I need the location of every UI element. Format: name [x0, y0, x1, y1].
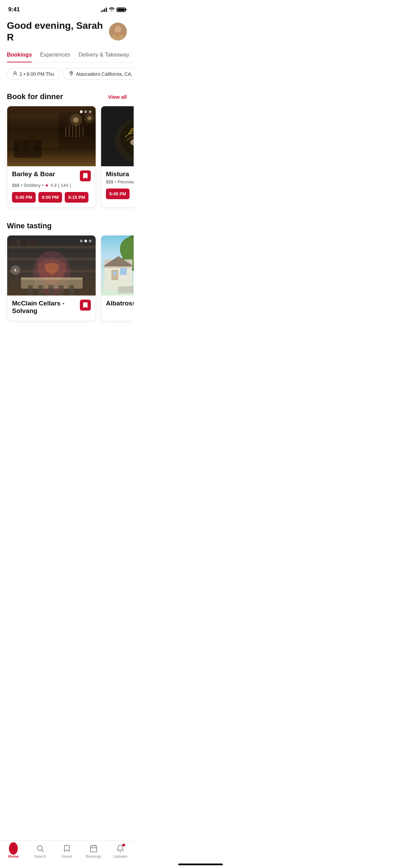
svg-rect-30	[17, 240, 20, 246]
card-body-barley: Barley & Boar $$$ • Distillery • ★ 4.9 (…	[7, 166, 96, 207]
guests-filter[interactable]: 1 • 6:00 PM Thu	[7, 68, 60, 80]
card-body-mcclain: McClain Cellars - Solvang	[7, 296, 96, 321]
card-title-row-mcclain: McClain Cellars - Solvang	[12, 300, 91, 315]
svg-rect-51	[120, 268, 127, 275]
svg-rect-13	[76, 124, 76, 137]
tab-experiences[interactable]: Experiences	[40, 48, 70, 62]
dinner-cards-scroll: Barley & Boar $$$ • Distillery • ★ 4.9 (…	[0, 106, 134, 215]
tab-delivery[interactable]: Delivery & Takeaway	[78, 48, 129, 62]
svg-rect-31	[23, 238, 25, 246]
time-slot-545[interactable]: 5:45 PM	[12, 192, 36, 203]
dot-2	[84, 110, 87, 113]
dot-mc-3	[89, 240, 92, 242]
battery-icon	[117, 8, 125, 12]
card-mistura[interactable]: Mistura $$$ • Peruvian • 5:45 PM	[101, 106, 134, 208]
dot-3	[89, 110, 92, 113]
status-time: 9:41	[8, 6, 20, 13]
tab-bookings[interactable]: Bookings	[7, 48, 32, 62]
avatar-image	[109, 23, 127, 40]
tab-bar: Bookings Experiences Delivery & Takeaway	[0, 48, 134, 62]
card-albatross[interactable]: Albatross Rid...	[101, 235, 134, 321]
restaurant-name-mcclain: McClain Cellars - Solvang	[12, 300, 80, 315]
status-bar: 9:41	[0, 0, 134, 17]
time-slot-600[interactable]: 6:00 PM	[38, 192, 62, 203]
dinner-section: Book for dinner View all	[0, 85, 134, 215]
card-image-mcclain	[7, 236, 96, 296]
time-slot-mistura-545[interactable]: 5:45 PM	[106, 189, 130, 199]
svg-rect-26	[7, 246, 96, 249]
location-filter-label: Atascadero California, CA, United St...	[76, 71, 134, 77]
svg-rect-32	[28, 239, 30, 246]
svg-point-9	[87, 116, 92, 120]
svg-point-4	[71, 72, 72, 73]
card-title-row-albatross: Albatross Rid...	[106, 300, 134, 307]
dot-mc-2	[84, 240, 87, 242]
dot-mc-1	[80, 240, 83, 242]
wine-section-title: Wine tasting	[7, 221, 52, 230]
wine-cards-scroll: McClain Cellars - Solvang	[0, 235, 134, 328]
card-title-row: Barley & Boar	[12, 170, 91, 181]
svg-rect-19	[28, 136, 35, 158]
card-image-mistura	[101, 106, 134, 166]
svg-rect-40	[59, 285, 64, 296]
location-filter[interactable]: Atascadero California, CA, United St...	[63, 68, 134, 80]
wine-section: Wine tasting	[0, 215, 134, 328]
card-dots-mcclain	[80, 240, 92, 242]
location-icon	[69, 71, 74, 77]
card-image-albatross	[101, 236, 134, 296]
card-body-albatross: Albatross Rid...	[101, 296, 134, 313]
card-title-row-mistura: Mistura	[106, 170, 134, 178]
card-meta-mistura: $$$ • Peruvian •	[106, 179, 134, 184]
signal-icon	[101, 7, 107, 12]
bookmark-button-mcclain[interactable]	[80, 300, 91, 311]
svg-rect-37	[28, 285, 33, 296]
svg-point-7	[73, 117, 78, 123]
svg-rect-14	[79, 125, 80, 137]
avatar[interactable]	[109, 23, 127, 40]
status-icons	[101, 7, 125, 12]
time-slots: 5:45 PM 6:00 PM 6:15 PM	[12, 192, 91, 203]
svg-rect-11	[69, 125, 70, 137]
bookmark-button[interactable]	[80, 170, 91, 181]
svg-point-3	[14, 72, 16, 74]
prev-arrow[interactable]	[11, 265, 20, 275]
card-body-mistura: Mistura $$$ • Peruvian • 5:45 PM	[101, 166, 134, 204]
card-dots	[80, 110, 92, 113]
dinner-section-title: Book for dinner	[7, 92, 63, 101]
guests-filter-label: 1 • 6:00 PM Thu	[20, 71, 54, 77]
svg-rect-36	[21, 277, 83, 279]
svg-rect-12	[72, 126, 73, 137]
svg-rect-33	[33, 239, 35, 246]
svg-rect-15	[83, 127, 83, 137]
time-slots-mistura: 5:45 PM	[106, 189, 134, 199]
wine-section-header: Wine tasting	[0, 217, 134, 235]
wifi-icon	[109, 7, 114, 12]
card-meta: $$$ • Distillery • ★ 4.9 (144)	[12, 183, 91, 188]
svg-rect-18	[17, 137, 24, 158]
card-barley-boar[interactable]: Barley & Boar $$$ • Distillery • ★ 4.9 (…	[7, 106, 96, 208]
card-image-barley	[7, 106, 96, 166]
svg-rect-10	[65, 127, 66, 137]
greeting-text: Good evening, Sarah R	[7, 20, 109, 43]
restaurant-name: Barley & Boar	[12, 170, 55, 178]
filter-pills: 1 • 6:00 PM Thu Atascadero California, C…	[0, 62, 134, 85]
restaurant-name-mistura: Mistura	[106, 170, 129, 178]
dinner-view-all[interactable]: View all	[108, 94, 127, 100]
dinner-section-header: Book for dinner View all	[0, 88, 134, 106]
card-mcclain[interactable]: McClain Cellars - Solvang	[7, 235, 96, 321]
svg-rect-41	[69, 285, 74, 296]
header: Good evening, Sarah R	[0, 17, 134, 48]
time-slot-615[interactable]: 6:15 PM	[65, 192, 88, 203]
guests-icon	[13, 71, 17, 77]
svg-rect-39	[48, 285, 53, 296]
svg-rect-50	[113, 272, 117, 275]
svg-rect-29	[12, 239, 14, 246]
svg-rect-38	[38, 285, 43, 296]
dot-1	[80, 110, 83, 113]
restaurant-name-albatross: Albatross Rid...	[106, 300, 134, 307]
